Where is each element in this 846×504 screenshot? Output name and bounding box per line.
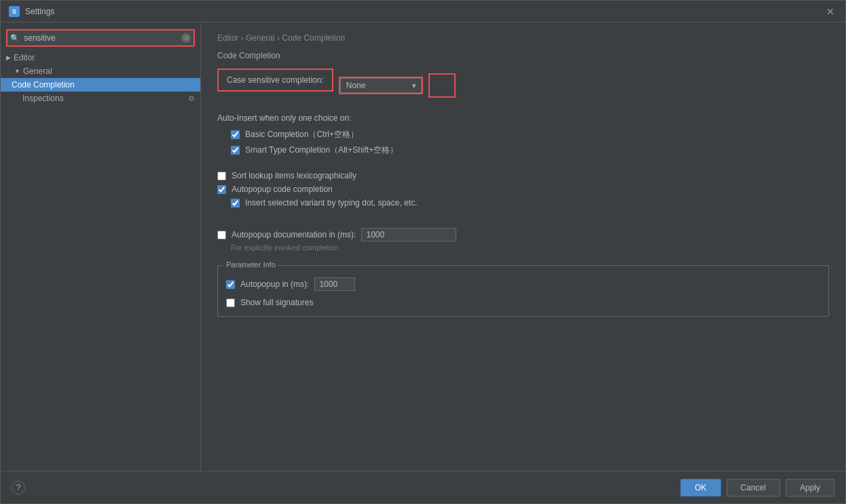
autopopup-row: Autopopup code completion [217,182,829,196]
help-button[interactable]: ? [12,481,25,495]
smart-type-checkbox[interactable] [231,146,240,155]
autopopup-doc-input[interactable] [361,228,456,241]
cancel-button[interactable]: Cancel [727,479,780,497]
basic-completion-label: Basic Completion（Ctrl+空格） [245,129,358,140]
param-autopopup-checkbox[interactable] [226,280,235,289]
search-input[interactable] [6,29,195,47]
main-content: 🔍 ✕ ▶ Editor ▼ General Code Completion I… [1,22,845,471]
editor-label: Editor [14,53,35,62]
inspections-label: Inspections [22,94,64,103]
sidebar-item-editor[interactable]: ▶ Editor [1,51,200,64]
autopopup-doc-row: Autopopup documentation in (ms): [217,226,829,244]
apply-button[interactable]: Apply [786,479,834,497]
insert-selected-label: Insert selected variant by typing dot, s… [245,198,417,208]
case-sensitive-label: Case sensitive completion: [227,75,324,85]
case-sensitive-row: Case sensitive completion: [217,69,333,92]
code-completion-label: Code Completion [12,80,75,90]
divider [217,220,829,226]
param-autopopup-input[interactable] [314,277,355,291]
insert-selected-checkbox[interactable] [231,199,240,208]
highlight-spacer [428,73,456,98]
sidebar-item-general[interactable]: ▼ General [1,64,200,78]
sort-lookup-checkbox[interactable] [217,172,226,180]
show-signatures-label: Show full signatures [240,298,313,307]
sort-lookup-label: Sort lookup items lexicographically [232,171,356,180]
collapse-icon-general: ▼ [14,68,20,75]
auto-insert-label: Auto-Insert when only one choice on: [217,113,829,123]
sort-lookup-row: Sort lookup items lexicographically [217,169,829,182]
autopopup-label: Autopopup code completion [232,185,333,194]
sidebar-item-code-completion[interactable]: Code Completion [1,78,200,92]
title-bar-left: S Settings [9,6,54,17]
case-sensitive-dropdown-wrapper: None First letter All letters ▼ [339,77,423,94]
search-box: 🔍 ✕ [6,29,195,47]
section-title: Code Completion [217,51,829,60]
smart-type-label: Smart Type Completion（Alt+Shift+空格） [245,144,398,156]
general-label: General [23,66,52,76]
settings-dialog: S Settings ✕ 🔍 ✕ ▶ Editor ▼ General [0,0,846,504]
search-clear-button[interactable]: ✕ [181,33,191,43]
search-icon: 🔍 [10,34,20,43]
param-autopopup-row: Autopopup in (ms): [226,275,820,293]
collapse-icon: ▶ [6,54,11,61]
inspections-badge: ⚙ [188,94,195,103]
parameter-info-box: Parameter Info Autopopup in (ms): Show f… [217,265,829,317]
autopopup-doc-hint: For explicitly invoked completion [217,244,829,254]
smart-type-row: Smart Type Completion（Alt+Shift+空格） [217,142,829,158]
auto-insert-section: Auto-Insert when only one choice on: Bas… [217,113,829,158]
dialog-title: Settings [25,7,54,16]
ok-button[interactable]: OK [680,479,720,497]
bottom-bar: ? OK Cancel Apply [1,471,845,503]
bottom-buttons: OK Cancel Apply [680,479,834,497]
sort-options-section: Sort lookup items lexicographically Auto… [217,169,829,210]
autopopup-doc-checkbox[interactable] [217,231,226,239]
breadcrumb: Editor › General › Code Completion [217,33,829,43]
autopopup-checkbox[interactable] [217,185,226,194]
autopopup-doc-section: Autopopup documentation in (ms): For exp… [217,226,829,254]
sidebar: 🔍 ✕ ▶ Editor ▼ General Code Completion I… [1,22,201,471]
settings-icon: S [9,6,20,17]
content-area: Editor › General › Code Completion Code … [201,22,845,471]
insert-selected-row: Insert selected variant by typing dot, s… [217,196,829,210]
param-info-legend: Parameter Info [223,260,278,269]
title-bar: S Settings ✕ [1,1,845,22]
close-button[interactable]: ✕ [824,5,837,18]
show-signatures-checkbox[interactable] [226,298,235,307]
sidebar-item-inspections[interactable]: Inspections ⚙ [1,92,200,105]
autopopup-doc-label: Autopopup documentation in (ms): [232,230,356,239]
show-signatures-row: Show full signatures [226,296,820,309]
case-sensitive-dropdown[interactable]: None First letter All letters [340,78,422,93]
basic-completion-row: Basic Completion（Ctrl+空格） [217,127,829,142]
param-autopopup-label: Autopopup in (ms): [240,279,309,289]
basic-completion-checkbox[interactable] [231,130,240,139]
